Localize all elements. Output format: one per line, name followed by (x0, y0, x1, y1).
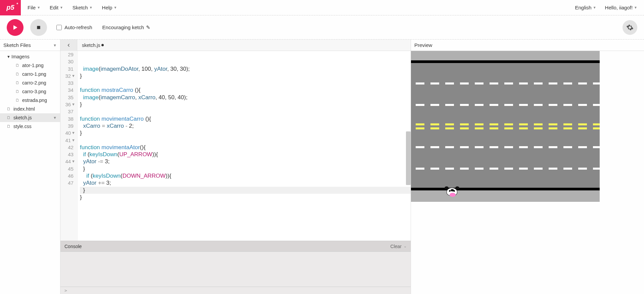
code-editor[interactable]: 29 30 31 32▼33 34 35 36▼37 38 39 40▼41▼4… (60, 51, 411, 241)
chevron-down-icon: ▼ (634, 6, 637, 9)
code-lines[interactable]: image(imagemDoAtor, 100, yAtor, 30, 30);… (78, 51, 411, 241)
file-item[interactable]: 🗋carro-2.png (0, 78, 60, 87)
file-icon: 🗋 (15, 63, 20, 68)
console-clear-button[interactable]: Clear ⌄ (390, 244, 407, 249)
chevron-down-icon: ▼ (53, 43, 57, 47)
chevron-down-icon: ▼ (60, 6, 63, 9)
code-line[interactable]: image(imagemDoAtor, 100, yAtor, 30, 30); (80, 65, 411, 72)
collapse-sidebar-button[interactable] (60, 40, 77, 51)
code-line[interactable]: yAtor -= 3; (80, 158, 411, 165)
menu-right: English▼ Hello, iiagof!▼ (575, 5, 637, 10)
user-menu[interactable]: Hello, iiagof!▼ (605, 5, 637, 10)
settings-button[interactable] (623, 20, 637, 35)
preview-title: Preview (414, 42, 432, 48)
file-label: sketch.js (13, 115, 32, 120)
folder-imagens[interactable]: ▼ Imagens (0, 52, 60, 61)
toolbar: Auto-refresh Encouraging ketch ✎ (0, 15, 644, 40)
file-label: ator-1.png (22, 63, 44, 68)
sidebar-header[interactable]: Sketch Files ▼ (0, 40, 60, 51)
chevron-down-icon: ▼ (89, 6, 93, 9)
sidebar: Sketch Files ▼ ▼ Imagens 🗋ator-1.png🗋car… (0, 40, 60, 294)
file-tree: ▼ Imagens 🗋ator-1.png🗋carro-1.png🗋carro-… (0, 51, 60, 131)
chevron-down-icon: ▼ (37, 6, 40, 9)
chevron-down-icon: ▼ (53, 116, 57, 120)
chevron-down-icon: ▼ (593, 6, 596, 9)
logo-text: p5 (6, 4, 14, 11)
chevron-left-icon (67, 43, 71, 47)
file-label: carro-1.png (22, 71, 46, 77)
file-item[interactable]: 🗋index.html (0, 105, 60, 113)
menu-help[interactable]: Help▼ (102, 5, 117, 10)
console: Console Clear ⌄ > (60, 241, 411, 294)
file-icon: 🗋 (7, 124, 11, 129)
code-line[interactable]: } (80, 72, 411, 79)
file-label: carro-3.png (22, 89, 46, 94)
preview-area: Preview (411, 40, 644, 294)
code-line[interactable]: if (keyIsDown(UP_ARROW)){ (80, 151, 411, 158)
play-icon (12, 24, 18, 31)
code-line[interactable]: function movimentaAtor(){ (80, 144, 411, 151)
pencil-icon: ✎ (146, 24, 150, 31)
preview-canvas (411, 51, 644, 294)
file-label: index.html (13, 106, 35, 112)
menu-edit[interactable]: Edit▼ (50, 5, 63, 10)
file-icon: 🗋 (15, 89, 20, 94)
file-icon: 🗋 (15, 80, 20, 85)
code-line[interactable]: yAtor += 3; (80, 179, 411, 186)
file-icon: 🗋 (15, 98, 20, 103)
gear-icon (626, 24, 634, 31)
svg-rect-0 (37, 26, 40, 29)
file-item[interactable]: 🗋estrada.png (0, 96, 60, 105)
code-line[interactable] (80, 79, 411, 86)
file-label: carro-2.png (22, 80, 46, 85)
file-item[interactable]: 🗋style.css (0, 122, 60, 131)
sketch-name[interactable]: Encouraging ketch ✎ (102, 24, 150, 31)
code-line[interactable]: } (80, 165, 411, 172)
code-line[interactable]: } (80, 194, 411, 201)
line-gutter: 29 30 31 32▼33 34 35 36▼37 38 39 40▼41▼4… (60, 51, 78, 241)
code-line[interactable]: } (80, 129, 411, 136)
tab-sketch-js[interactable]: sketch.js (77, 43, 108, 48)
file-label: style.css (13, 124, 32, 129)
logo[interactable]: p5 * (0, 0, 21, 15)
stop-button[interactable] (30, 19, 47, 36)
code-line[interactable]: } (80, 187, 411, 194)
preview-header: Preview (411, 40, 644, 51)
sketch-name-text: Encouraging ketch (102, 24, 144, 30)
console-title: Console (64, 244, 82, 249)
file-item[interactable]: 🗋carro-3.png (0, 87, 60, 96)
code-line[interactable]: if (keyIsDown(DOWN_ARROW)){ (80, 172, 411, 179)
file-item[interactable]: 🗋sketch.js▼ (0, 113, 60, 122)
auto-refresh-toggle[interactable]: Auto-refresh (56, 24, 92, 30)
console-body[interactable]: > (60, 252, 411, 294)
console-prompt[interactable]: > (60, 287, 411, 294)
main: Sketch Files ▼ ▼ Imagens 🗋ator-1.png🗋car… (0, 40, 644, 294)
code-line[interactable] (80, 108, 411, 115)
logo-star-icon: * (16, 2, 18, 7)
auto-refresh-label: Auto-refresh (64, 24, 92, 30)
editor-scrollbar[interactable] (406, 131, 411, 185)
editor-tabs: sketch.js (60, 40, 411, 51)
editor-area: sketch.js 29 30 31 32▼33 34 35 36▼37 38 … (60, 40, 411, 294)
code-line[interactable]: } (80, 101, 411, 108)
folder-label: Imagens (11, 54, 30, 59)
code-line[interactable]: function movimentaCarro (){ (80, 115, 411, 122)
sidebar-title: Sketch Files (3, 42, 31, 48)
code-line[interactable]: image(imagemCarro, xCarro, 40, 50, 40); (80, 94, 411, 101)
code-line[interactable]: function mostraCarro (){ (80, 86, 411, 94)
language-selector[interactable]: English▼ (575, 5, 596, 10)
file-item[interactable]: 🗋carro-1.png (0, 70, 60, 78)
tab-label: sketch.js (82, 43, 100, 48)
auto-refresh-checkbox[interactable] (56, 25, 62, 30)
menu-sketch[interactable]: Sketch▼ (73, 5, 93, 10)
file-icon: 🗋 (7, 107, 11, 111)
code-line[interactable]: xCarro = xCarro - 2; (80, 122, 411, 129)
menu-file[interactable]: File▼ (28, 5, 40, 10)
file-item[interactable]: 🗋ator-1.png (0, 61, 60, 70)
play-button[interactable] (7, 19, 24, 36)
folder-collapse-icon: ▼ (7, 55, 10, 59)
file-label: estrada.png (22, 98, 47, 103)
menubar: p5 * File▼ Edit▼ Sketch▼ Help▼ English▼ … (0, 0, 644, 15)
file-icon: 🗋 (7, 115, 11, 120)
code-line[interactable] (80, 137, 411, 144)
